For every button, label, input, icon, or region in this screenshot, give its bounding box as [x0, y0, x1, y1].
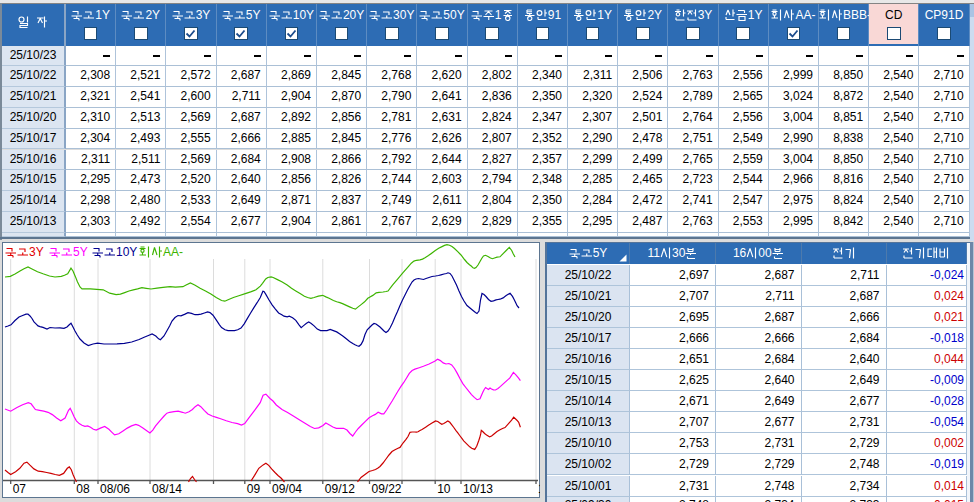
svg-text:AA-: AA-	[163, 245, 183, 259]
svg-text:10Y: 10Y	[116, 245, 137, 259]
svg-text:07: 07	[13, 482, 27, 496]
svg-text:09: 09	[247, 482, 261, 496]
svg-text:3Y: 3Y	[29, 245, 44, 259]
svg-text:08: 08	[77, 482, 91, 496]
svg-text:5Y: 5Y	[73, 245, 88, 259]
svg-text:08/06: 08/06	[100, 482, 130, 496]
svg-text:10/13: 10/13	[463, 482, 493, 496]
svg-text:09/12: 09/12	[325, 482, 355, 496]
svg-text:08/14: 08/14	[152, 482, 182, 496]
svg-text:10/23: 10/23	[538, 482, 540, 496]
svg-text:09/04: 09/04	[272, 482, 302, 496]
svg-text:09/22: 09/22	[372, 482, 402, 496]
svg-text:10: 10	[437, 482, 451, 496]
